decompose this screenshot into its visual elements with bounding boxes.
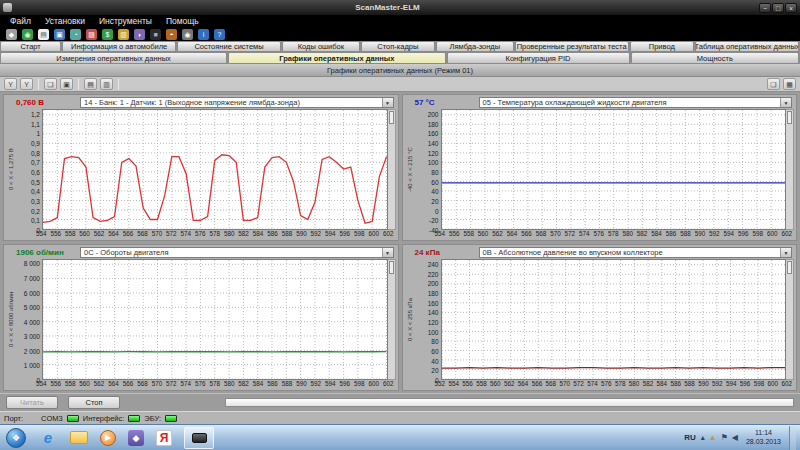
copy-chart-button[interactable]: ❏ [767, 78, 780, 90]
ie-icon[interactable]: e [38, 429, 58, 447]
plot-scrollbar[interactable] [786, 109, 794, 230]
menu-item[interactable]: Установки [39, 16, 91, 26]
info-icon[interactable]: i [198, 29, 209, 40]
show-desktop-button[interactable] [789, 426, 796, 450]
scrollbar-thumb[interactable] [389, 111, 394, 124]
tab-row1-item[interactable]: Информация о автомобиле [62, 41, 176, 52]
chevron-down-icon[interactable]: ▼ [780, 98, 791, 107]
chevron-down-icon[interactable]: ▼ [382, 248, 393, 257]
pid-select[interactable]: 05 - Температура охлаждающей жидкости дв… [479, 97, 793, 108]
wrench-icon[interactable]: ◆ [6, 29, 17, 40]
tab-row1-item[interactable]: Старт [0, 41, 61, 52]
x-tick-label: 596 [340, 230, 351, 239]
help-icon[interactable]: ? [214, 29, 225, 40]
clipboard-icon[interactable]: ▥ [118, 29, 129, 40]
y-tick-label: 0,1 [31, 217, 40, 224]
open-icon[interactable]: ❏ [44, 78, 57, 90]
volume-icon[interactable]: ◀ [732, 433, 738, 442]
filter-apply-icon[interactable]: Y [4, 78, 17, 90]
tab-row2-item[interactable]: Конфигурация PID [447, 52, 630, 64]
x-tick-label: 564 [108, 380, 119, 389]
clock[interactable]: 11:14 28.03.2013 [743, 429, 784, 447]
tab-row1-item[interactable]: Коды ошибок [282, 41, 360, 52]
x-tick-label: 560 [478, 230, 489, 239]
tab-row1-item[interactable]: Таблица оперативных данных [695, 41, 799, 52]
tab-row2-item[interactable]: Измерения оперативных данных [0, 52, 227, 64]
plot-scrollbar[interactable] [786, 259, 794, 380]
screen-icon[interactable]: ■ [150, 29, 161, 40]
x-tick-label: 558 [65, 230, 76, 239]
minimize-button[interactable]: − [759, 3, 771, 13]
language-indicator[interactable]: RU [684, 433, 696, 442]
globe-icon[interactable]: ◉ [22, 29, 33, 40]
menu-item[interactable]: Файл [4, 16, 37, 26]
menu-item[interactable]: Помощь [160, 16, 205, 26]
scrollbar-thumb[interactable] [389, 261, 394, 274]
y-tick-label: 240 [428, 260, 439, 267]
maximize-button[interactable]: □ [772, 3, 784, 13]
filter-clear-icon[interactable]: Y [20, 78, 33, 90]
print-icon[interactable]: ▤ [84, 78, 97, 90]
x-tick-label: 580 [224, 230, 235, 239]
x-tick-label: 564 [507, 230, 518, 239]
clock-date: 28.03.2013 [746, 438, 781, 447]
pid-select[interactable]: 0B - Абсолютное давление во впускном кол… [479, 247, 793, 258]
y-tick-label: 20 [431, 197, 438, 204]
print-preview-icon[interactable]: ▥ [100, 78, 113, 90]
tab-row2-item[interactable]: Графики оперативных данных [228, 52, 445, 64]
x-tick-label: 588 [680, 230, 691, 239]
tab-row1-item[interactable]: Проверенные результаты теста [515, 41, 629, 52]
save-icon[interactable]: ▣ [60, 78, 73, 90]
gauge-icon[interactable]: ◔ [70, 29, 81, 40]
chat-icon[interactable]: ◗ [134, 29, 145, 40]
scrollbar-thumb[interactable] [787, 111, 792, 124]
plot-scrollbar[interactable] [388, 109, 396, 230]
pid-select[interactable]: 14 - Банк: 1 - Датчик: 1 (Выходное напря… [80, 97, 394, 108]
network-icon[interactable]: ▲ [709, 433, 717, 442]
read-button[interactable]: Читать [6, 396, 58, 409]
yandex-icon[interactable]: Я [156, 430, 172, 446]
start-button[interactable]: ❖ [6, 428, 26, 448]
document-icon[interactable]: ▤ [38, 29, 49, 40]
y-tick-label: 20 [431, 367, 438, 374]
x-tick-label: 594 [724, 230, 735, 239]
tab-row1-item[interactable]: Привод [630, 41, 695, 52]
tab-row1-item[interactable]: Стоп-кадры [361, 41, 435, 52]
chevron-down-icon[interactable]: ▼ [780, 248, 791, 257]
title-bar[interactable]: ScanMaster-ELM −□× [0, 0, 800, 15]
chevron-down-icon[interactable]: ▼ [382, 98, 393, 107]
plot-scrollbar[interactable] [388, 259, 396, 380]
stop-button[interactable]: Стоп [68, 396, 120, 409]
action-center-icon[interactable]: ⚑ [721, 433, 728, 442]
charts-grid: 0,760 В 14 - Банк: 1 - Датчик: 1 (Выходн… [0, 92, 800, 393]
pid-select[interactable]: 0C - Обороты двигателя ▼ [80, 247, 394, 258]
close-button[interactable]: × [785, 3, 797, 13]
scrollbar-thumb[interactable] [787, 261, 792, 274]
image-icon[interactable]: ▨ [86, 29, 97, 40]
x-tick-label: 562 [492, 230, 503, 239]
tab-row1-item[interactable]: Состояние системы [177, 41, 281, 52]
hidden-icons-button[interactable]: ▴ [701, 433, 705, 442]
tab-row2-item[interactable]: Мощность [631, 52, 799, 64]
x-tick-label: 556 [462, 380, 473, 389]
x-tick-label: 556 [50, 380, 61, 389]
usb-icon[interactable]: ◓ [166, 29, 177, 40]
tab-row1-item[interactable]: Лямбда-зонды [436, 41, 514, 52]
disc-icon[interactable]: ◉ [182, 29, 193, 40]
x-tick-label: 596 [740, 380, 751, 389]
chart-options-button[interactable]: ▦ [783, 78, 796, 90]
media-player-icon[interactable]: ▶ [100, 430, 116, 446]
movie-maker-icon[interactable]: ◆ [128, 430, 144, 446]
x-tick-label: 586 [666, 230, 677, 239]
monitor-icon[interactable]: ▣ [54, 29, 65, 40]
menu-item[interactable]: Инструменты [93, 16, 158, 26]
chart-value: 1906 об/мин [16, 248, 74, 257]
x-tick-label: 558 [65, 380, 76, 389]
x-tick-label: 560 [490, 380, 501, 389]
explorer-icon[interactable] [70, 431, 88, 444]
x-tick-label: 576 [195, 380, 206, 389]
plot-area [42, 109, 388, 230]
x-tick-label: 570 [559, 380, 570, 389]
currency-icon[interactable]: $ [102, 29, 113, 40]
scanmaster-taskbar-button[interactable] [184, 427, 214, 449]
